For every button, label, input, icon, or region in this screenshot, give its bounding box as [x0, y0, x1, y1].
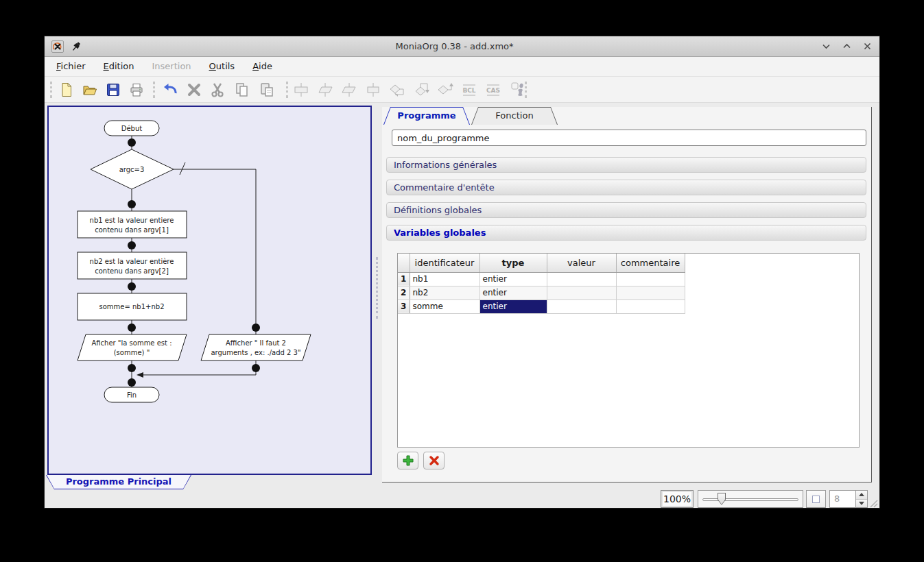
header-valeur[interactable]: valeur — [547, 254, 616, 272]
cell-valeur[interactable] — [547, 272, 616, 286]
table-row: 2 nb2 entier — [398, 286, 685, 300]
cell-type[interactable]: entier — [479, 286, 547, 300]
cell-commentaire[interactable] — [616, 300, 685, 313]
table-row: 1 nb1 entier — [398, 272, 685, 286]
node-assign-nb2[interactable] — [78, 252, 187, 279]
slider-handle-face — [718, 493, 725, 504]
cell-identificateur[interactable]: somme — [410, 300, 479, 313]
tab-fonction-label: Fonction — [471, 107, 558, 125]
section-informations-generales[interactable]: Informations générales — [386, 157, 866, 173]
print-button[interactable] — [127, 80, 146, 99]
insert-dowhile-icon[interactable] — [412, 80, 431, 99]
connection-dot[interactable] — [128, 241, 136, 249]
connection-dot[interactable] — [128, 282, 136, 291]
program-name-input[interactable] — [392, 130, 866, 146]
connection-dot[interactable] — [252, 364, 260, 372]
cell-valeur[interactable] — [547, 300, 616, 313]
cell-commentaire[interactable] — [616, 272, 685, 286]
slider-handle[interactable] — [718, 493, 726, 505]
cell-valeur[interactable] — [547, 286, 616, 300]
delete-variable-button[interactable] — [423, 452, 445, 469]
insert-write-icon[interactable] — [340, 80, 359, 99]
section-definitions-globales[interactable]: Définitions globales — [386, 202, 866, 218]
spinner-down-button[interactable] — [856, 500, 867, 508]
insert-block-icon[interactable] — [364, 80, 383, 99]
toolbar-drag-handle[interactable] — [153, 82, 155, 98]
cut-button[interactable] — [208, 80, 227, 99]
tab-fonction[interactable]: Fonction — [471, 107, 558, 125]
flowchart-canvas[interactable]: Début argc=3 nb1 est la valeur entiere c… — [47, 106, 372, 475]
menu-aide[interactable]: Aide — [244, 57, 281, 76]
minimize-button[interactable] — [820, 41, 831, 52]
cell-type-selected[interactable]: entier — [479, 300, 547, 313]
close-button[interactable] — [862, 41, 873, 52]
tab-programme-principal[interactable]: Programme Principal — [46, 475, 191, 489]
node-end-label: Fin — [127, 391, 137, 399]
section-variables-globales[interactable]: Variables globales — [386, 225, 866, 241]
add-variable-button[interactable] — [397, 452, 418, 469]
new-file-button[interactable] — [57, 80, 76, 99]
zoom-slider[interactable] — [698, 490, 803, 508]
pin-icon[interactable] — [71, 41, 82, 52]
header-commentaire[interactable]: commentaire — [616, 254, 685, 272]
zoom-percentage: 100% — [661, 490, 694, 508]
node-assign-nb1-line1: nb1 est la valeur entiere — [90, 217, 174, 224]
open-file-button[interactable] — [80, 80, 99, 99]
cell-identificateur[interactable]: nb2 — [410, 286, 479, 300]
cell-commentaire[interactable] — [616, 286, 685, 300]
app-logo-icon — [51, 40, 64, 53]
splitter-handle[interactable] — [376, 257, 378, 319]
connection-dot[interactable] — [128, 138, 136, 147]
paste-button[interactable] — [257, 80, 276, 99]
row-number[interactable]: 3 — [398, 300, 410, 313]
header-identificateur[interactable]: identificateur — [410, 254, 479, 272]
section-commentaire-entete[interactable]: Commentaire d'entête — [386, 180, 866, 195]
cell-type[interactable]: entier — [479, 272, 547, 286]
row-number[interactable]: 2 — [398, 286, 410, 300]
menu-insertion[interactable]: Insertion — [143, 57, 200, 76]
node-output-somme[interactable] — [78, 334, 187, 361]
corner-header[interactable] — [398, 254, 410, 272]
maximize-button[interactable] — [841, 41, 852, 52]
connection-dot[interactable] — [128, 378, 136, 387]
copy-button[interactable] — [233, 80, 252, 99]
insert-read-icon[interactable] — [316, 80, 335, 99]
insert-while-icon[interactable] — [388, 80, 407, 99]
table-row: 3 somme entier — [398, 300, 685, 313]
resize-grip[interactable] — [867, 497, 878, 508]
insert-if-icon[interactable] — [436, 80, 455, 99]
grid-toggle-button[interactable] — [806, 490, 826, 508]
menu-bar: Fichier Edition Insertion Outils Aide — [45, 57, 879, 77]
app-window: MoniaOrg 0.38 - add.xmo* Fichier Edition… — [44, 36, 880, 509]
insert-loop-bcl-icon[interactable]: BCL — [460, 80, 479, 99]
info-icon[interactable] — [509, 80, 528, 99]
toolbar-drag-handle[interactable] — [50, 82, 52, 98]
window-title: MoniaOrg 0.38 - add.xmo* — [88, 41, 820, 51]
connection-dot[interactable] — [252, 323, 260, 332]
save-button[interactable] — [104, 80, 123, 99]
toolbar-drag-handle[interactable] — [286, 82, 288, 98]
connection-dot[interactable] — [128, 364, 136, 372]
menu-fichier[interactable]: Fichier — [47, 57, 95, 76]
undo-button[interactable] — [161, 80, 180, 99]
spinner-up-button[interactable] — [856, 491, 867, 500]
connection-dot[interactable] — [128, 323, 136, 332]
insert-assign-icon[interactable] — [292, 80, 311, 99]
menu-outils[interactable]: Outils — [200, 57, 244, 76]
header-type[interactable]: type — [479, 254, 547, 272]
square-icon — [812, 496, 820, 503]
insert-case-cas-icon[interactable]: CAS — [484, 80, 503, 99]
row-number[interactable]: 1 — [398, 272, 410, 286]
font-size-spinner[interactable]: 8 — [829, 490, 868, 508]
delete-button[interactable] — [185, 80, 204, 99]
variables-table: identificateur type valeur commentaire 1… — [397, 253, 860, 448]
cell-identificateur[interactable]: nb1 — [410, 272, 479, 286]
slider-groove[interactable] — [702, 498, 798, 501]
tab-programme[interactable]: Programme — [383, 107, 470, 125]
node-output-error[interactable] — [201, 334, 311, 361]
node-assign-nb1[interactable] — [78, 211, 187, 238]
menu-edition[interactable]: Edition — [95, 57, 143, 76]
merge-arrowhead — [137, 372, 143, 378]
table-header-row: identificateur type valeur commentaire — [398, 254, 685, 272]
connection-dot[interactable] — [128, 200, 136, 208]
